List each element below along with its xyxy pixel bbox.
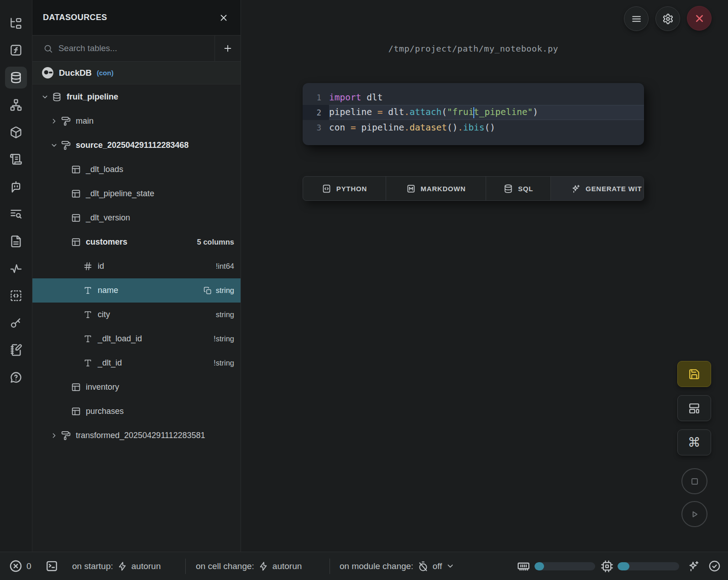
schema-icon <box>61 141 71 150</box>
settings-button[interactable] <box>655 6 680 31</box>
play-icon <box>689 509 700 520</box>
log-search-icon[interactable] <box>5 203 27 225</box>
save-button[interactable] <box>677 361 711 387</box>
on-module-change-setting[interactable]: on module change: off <box>340 552 455 580</box>
copy-icon[interactable] <box>204 287 212 295</box>
tree-node-table[interactable]: _dlt_version <box>32 206 241 230</box>
setting-value: autorun <box>131 561 161 571</box>
terminal-button[interactable] <box>45 552 58 580</box>
connection-badge: (con) <box>97 69 114 77</box>
ai-chat-icon[interactable] <box>5 176 27 198</box>
connection-name: DuckDB <box>59 68 92 78</box>
tree-node-column[interactable]: _dlt_load_id !string <box>32 327 241 351</box>
menu-button[interactable] <box>624 6 649 31</box>
gear-icon <box>662 13 674 25</box>
tree-node-column-selected[interactable]: name string <box>32 278 241 303</box>
column-count: 5 columns <box>197 238 234 246</box>
snippets-icon[interactable] <box>5 230 27 252</box>
code-line-1[interactable]: 1 import dlt <box>303 90 644 105</box>
documentation-icon[interactable] <box>5 339 27 361</box>
tree-node-column[interactable]: id !int64 <box>32 254 241 278</box>
code-line-2-active[interactable]: 2 pipeline = dlt.attach("fruit_pipeline"… <box>303 105 644 120</box>
close-app-button[interactable] <box>687 6 712 31</box>
dependency-graph-icon[interactable] <box>5 94 27 116</box>
command-icon: ⌘ <box>688 436 701 449</box>
tree-node-table[interactable]: _dlt_pipeline_state <box>32 182 241 206</box>
function-square-icon[interactable] <box>5 39 27 61</box>
ai-assistant-button[interactable] <box>687 552 700 580</box>
tree-node-database[interactable]: fruit_pipeline <box>32 85 241 109</box>
code-line-3[interactable]: 3 con = pipeline.dataset().ibis() <box>303 120 644 135</box>
tree-node-table[interactable]: inventory <box>32 375 241 399</box>
chevron-right-icon[interactable] <box>50 117 58 125</box>
stop-button[interactable] <box>681 468 707 494</box>
table-icon <box>71 382 81 392</box>
on-cell-change-setting[interactable]: on cell change: autorun <box>196 552 302 580</box>
tree-node-table[interactable]: _dlt_loads <box>32 157 241 182</box>
circle-x-icon <box>9 559 22 573</box>
add-markdown-cell-button[interactable]: MARKDOWN <box>386 177 486 200</box>
on-startup-setting[interactable]: on startup: autorun <box>72 552 161 580</box>
package-icon[interactable] <box>5 121 27 143</box>
run-button[interactable] <box>681 501 707 527</box>
errors-indicator[interactable]: 0 <box>9 552 31 580</box>
button-label: MARKDOWN <box>421 185 466 193</box>
chevron-down-icon <box>446 562 455 570</box>
add-python-cell-button[interactable]: PYTHON <box>303 177 386 200</box>
text-type-icon <box>83 286 93 295</box>
tree-label: source_202504291112283468 <box>76 141 189 150</box>
table-icon <box>71 407 81 416</box>
tree-label: id <box>98 261 104 271</box>
table-icon <box>71 165 81 174</box>
setting-label: on module change: <box>340 561 414 571</box>
layout-toggle-button[interactable] <box>677 395 711 421</box>
button-label: PYTHON <box>336 185 367 193</box>
line-number: 1 <box>303 90 329 105</box>
close-icon <box>694 13 705 24</box>
chevron-down-icon[interactable] <box>50 141 58 149</box>
code-cell[interactable]: 1 import dlt 2 pipeline = dlt.attach("fr… <box>303 83 644 145</box>
connection-status-indicator[interactable] <box>708 552 721 580</box>
tree-label: name <box>98 286 118 295</box>
tree-node-table[interactable]: customers 5 columns <box>32 230 241 254</box>
panel-close-icon[interactable] <box>219 13 229 23</box>
sparkles-icon <box>571 184 581 193</box>
divider <box>330 559 330 574</box>
icon-rail <box>0 0 32 552</box>
text-type-icon <box>83 334 93 344</box>
search-input[interactable] <box>58 43 215 53</box>
column-type: !string <box>214 359 234 367</box>
tree-node-schema[interactable]: source_202504291112283468 <box>32 133 241 157</box>
setting-value: autorun <box>272 561 302 571</box>
search-icon <box>43 44 53 53</box>
plus-icon <box>223 43 233 53</box>
tracing-icon[interactable] <box>5 258 27 280</box>
command-palette-button[interactable]: ⌘ <box>677 429 711 455</box>
line-number: 3 <box>303 120 329 135</box>
scratchpad-icon[interactable] <box>5 285 27 307</box>
chevron-right-icon[interactable] <box>50 432 58 439</box>
datasources-icon[interactable] <box>5 67 27 89</box>
add-datasource-button[interactable] <box>215 43 241 53</box>
line-number: 2 <box>303 105 329 120</box>
tree-node-table[interactable]: purchases <box>32 399 241 423</box>
search-row <box>32 36 241 62</box>
scroll-log-icon[interactable] <box>5 148 27 170</box>
generate-with-ai-button[interactable]: GENERATE WIT <box>550 177 644 200</box>
tree-node-column[interactable]: _dlt_id !string <box>32 351 241 375</box>
file-tree-icon[interactable] <box>5 13 27 35</box>
add-sql-cell-button[interactable]: SQL <box>486 177 550 200</box>
tree-node-schema[interactable]: transformed_202504291112283581 <box>32 423 241 448</box>
help-icon[interactable] <box>5 366 27 388</box>
divider <box>185 559 186 574</box>
tree-node-column[interactable]: city string <box>32 303 241 327</box>
chevron-down-icon[interactable] <box>41 93 49 101</box>
column-type: string <box>216 286 234 295</box>
connection-row[interactable]: DuckDB (con) <box>32 62 241 84</box>
setting-label: on cell change: <box>196 561 254 571</box>
tree-node-schema[interactable]: main <box>32 109 241 133</box>
tree-label: _dlt_id <box>98 358 122 368</box>
ram-usage-bar <box>534 562 595 570</box>
secrets-key-icon[interactable] <box>5 312 27 334</box>
setting-label: on startup: <box>72 561 113 571</box>
